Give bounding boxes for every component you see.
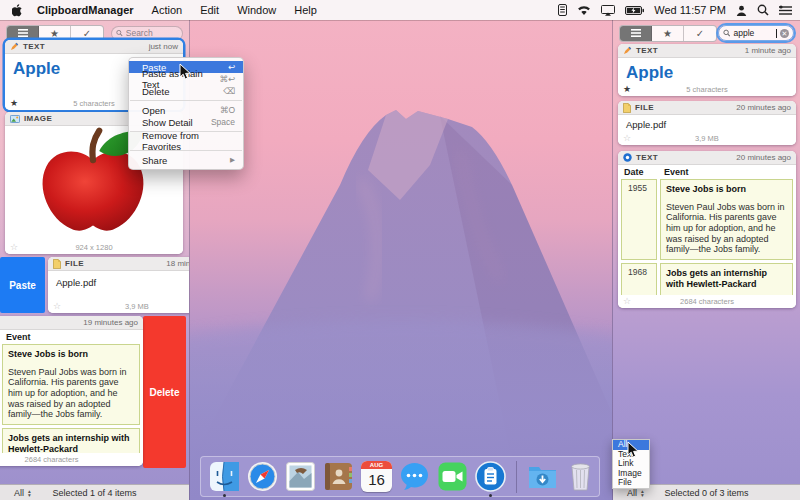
list-icon: [631, 29, 641, 37]
context-menu-show-detail[interactable]: Show Detail Space: [129, 116, 243, 128]
left-search-input[interactable]: [126, 28, 178, 38]
swipe-paste-button[interactable]: Paste: [0, 257, 45, 313]
airplay-display-icon[interactable]: [601, 5, 615, 16]
right-view-segmented-control: ★ ✓: [619, 25, 717, 42]
table-row: 1955 Steve Jobs is born Steven Paul Jobs…: [621, 179, 793, 260]
dock-messages-icon[interactable]: [399, 461, 430, 492]
submenu-arrow-icon: ▶: [230, 156, 235, 164]
all-items-tab[interactable]: [620, 26, 652, 41]
menu-window[interactable]: Window: [237, 4, 276, 16]
menu-separator: [130, 100, 242, 101]
card-header: TEXT 19 minutes ago: [0, 316, 143, 330]
favorite-star[interactable]: ★: [10, 97, 18, 110]
menu-edit[interactable]: Edit: [200, 4, 219, 16]
card-footer: 5 characters ★: [618, 83, 796, 96]
star-icon: ★: [50, 28, 59, 39]
macos-desktop: { "menu_bar": { "app_name": "ClipboardMa…: [0, 0, 800, 500]
dock-clipboardmanager-icon[interactable]: [475, 461, 506, 492]
list-icon: [18, 29, 28, 37]
dock-finder-icon[interactable]: [209, 461, 240, 492]
favorite-star[interactable]: ☆: [623, 132, 631, 145]
dock-mail-icon[interactable]: [285, 461, 316, 492]
card-footer: 3,9 MB ☆: [48, 300, 190, 313]
card-footer: 2684 characters ☆: [618, 295, 796, 308]
swipe-delete-button[interactable]: Delete: [143, 316, 186, 468]
spotlight-search-icon[interactable]: [757, 4, 769, 16]
apple-menu-icon[interactable]: [12, 4, 23, 17]
clip-content: Apple.pdf: [618, 115, 796, 130]
table-row: 1955 Steve Jobs is born Steven Paul Jobs…: [0, 344, 140, 425]
clip-content: Apple.pdf: [48, 271, 190, 288]
card-footer: 2684 characters ☆: [0, 453, 143, 466]
clip-card-file-applepdf[interactable]: FILE 18 minutes ago Apple.pdf 3,9 MB ☆: [48, 257, 190, 313]
check-icon: ✓: [696, 28, 704, 39]
text-caret: [776, 29, 777, 38]
favorite-star[interactable]: ★: [623, 83, 631, 96]
dock-contacts-icon[interactable]: [323, 461, 354, 492]
menubar-clock[interactable]: Wed 11:57 PM: [654, 4, 726, 16]
user-icon[interactable]: [736, 5, 747, 16]
dock-facetime-icon[interactable]: [437, 461, 468, 492]
clipboard-status-icon[interactable]: [558, 4, 567, 16]
clip-card-file-applepdf[interactable]: FILE 20 minutes ago Apple.pdf 3,9 MB ☆: [618, 101, 796, 145]
context-menu-share[interactable]: Share ▶: [129, 154, 243, 166]
menu-bar: ClipboardManager Action Edit Window Help…: [0, 0, 800, 20]
selected-tab[interactable]: ✓: [71, 26, 103, 41]
card-footer: 3,9 MB ☆: [618, 132, 796, 145]
richtext-clip-icon: [623, 153, 632, 162]
dock-safari-icon[interactable]: [247, 461, 278, 492]
card-footer: 924 x 1280 ☆: [5, 241, 183, 254]
right-search-field[interactable]: ✕: [718, 25, 794, 41]
search-icon: [723, 29, 730, 37]
menu-action[interactable]: Action: [152, 4, 183, 16]
search-icon: [116, 29, 123, 37]
text-clip-icon: [10, 42, 19, 51]
mouse-cursor: [179, 63, 191, 80]
text-clip-icon: [623, 46, 632, 55]
dock-trash-icon[interactable]: [565, 461, 596, 492]
right-toolbar: ★ ✓ ✕: [619, 24, 794, 42]
favorite-star[interactable]: ☆: [10, 241, 18, 254]
selected-tab[interactable]: ✓: [684, 26, 716, 41]
clear-search-icon[interactable]: ✕: [780, 29, 789, 38]
menubar-app-name[interactable]: ClipboardManager: [37, 4, 134, 16]
running-indicator: [223, 494, 226, 497]
context-menu-open[interactable]: Open ⌘O: [129, 104, 243, 116]
running-indicator: [489, 494, 492, 497]
dock-calendar-icon[interactable]: AUG 16: [361, 461, 392, 492]
dock-downloads-icon[interactable]: [527, 461, 558, 492]
right-clipboard-panel: ★ ✓ ✕ TEXT 1 minute ago Apple 5 characte…: [612, 20, 800, 500]
calendar-day: 16: [361, 469, 392, 490]
all-items-tab[interactable]: [7, 26, 39, 41]
selection-status: Selected 1 of 4 items: [0, 488, 189, 498]
card-header: FILE 20 minutes ago: [618, 101, 796, 115]
clip-card-table-text[interactable]: TEXT 20 minutes ago Date Event 1955 Stev…: [618, 151, 796, 308]
notification-center-icon[interactable]: [779, 5, 792, 16]
card-header: TEXT 1 minute ago: [618, 44, 796, 58]
star-icon: ★: [663, 28, 672, 39]
favorites-tab[interactable]: ★: [652, 26, 684, 41]
left-view-segmented-control: ★ ✓: [6, 25, 104, 42]
selection-status: Selected 0 of 3 items: [613, 488, 800, 498]
context-menu-remove-favorites[interactable]: Remove from Favorites: [129, 135, 243, 147]
dock-separator: [516, 461, 517, 493]
menu-help[interactable]: Help: [294, 4, 317, 16]
left-search-field[interactable]: [111, 26, 183, 41]
clip-content: Apple: [618, 58, 796, 83]
clip-card-text-apple[interactable]: TEXT 1 minute ago Apple 5 characters ★: [618, 44, 796, 96]
favorite-star[interactable]: ☆: [623, 295, 631, 308]
calendar-month: AUG: [361, 461, 392, 469]
favorites-tab[interactable]: ★: [39, 26, 71, 41]
left-status-bar: All ▴▾ Selected 1 of 4 items: [0, 484, 189, 500]
clip-card-table-text[interactable]: TEXT 19 minutes ago Date Event 1955 Stev…: [0, 316, 143, 466]
favorite-star[interactable]: ☆: [53, 300, 61, 313]
card-header: TEXT 20 minutes ago: [618, 151, 796, 165]
filter-option-file[interactable]: File: [613, 478, 649, 488]
check-icon: ✓: [83, 28, 91, 39]
dock: AUG 16: [200, 456, 600, 497]
file-clip-icon: [53, 259, 61, 269]
wifi-icon[interactable]: [577, 5, 591, 16]
battery-icon[interactable]: [625, 6, 644, 15]
table-column-headers: Date Event: [618, 165, 796, 179]
card-header: TEXT just now: [5, 40, 183, 54]
